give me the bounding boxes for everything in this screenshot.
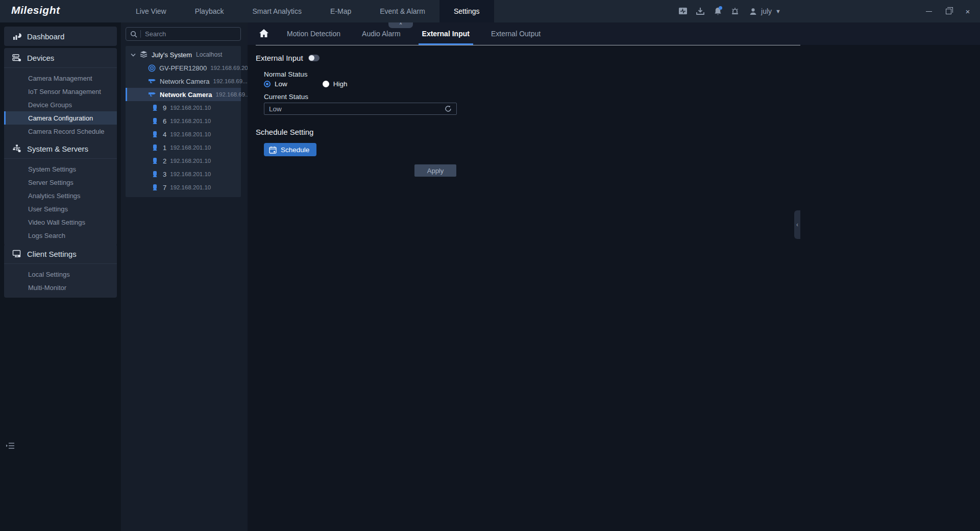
radio-low-label: Low	[275, 80, 287, 88]
external-input-toggle[interactable]	[308, 55, 320, 61]
collapse-sidebar-button[interactable]	[5, 441, 15, 451]
sidebar-section-label: Devices	[27, 54, 54, 62]
sidebar-item-user-settings[interactable]: User Settings	[4, 202, 117, 215]
user-menu[interactable]: july ▼	[749, 0, 781, 22]
camera-configuration-pane: Motion Detection Audio Alarm External In…	[248, 22, 980, 531]
sidebar-item-dashboard[interactable]: Dashboard	[4, 27, 117, 46]
tree-device-row[interactable]: 1 192.168.201.10	[126, 141, 241, 154]
sidebar-item-iot-sensor-management[interactable]: IoT Sensor Management	[4, 85, 117, 98]
main-nav: Live View Playback Smart Analytics E-Map…	[121, 0, 494, 22]
external-input-row: External Input	[256, 54, 320, 62]
device-name: 2	[163, 157, 166, 165]
sidebar-item-analytics-settings[interactable]: Analytics Settings	[4, 189, 117, 202]
sidebar-item-server-settings[interactable]: Server Settings	[4, 176, 117, 189]
tree-device-row[interactable]: 4 192.168.201.10	[126, 128, 241, 141]
radio-high[interactable]: High	[323, 80, 348, 88]
radio-low-dot	[264, 81, 271, 87]
tree-device-row-selected[interactable]: Network Camera 192.168.69....	[126, 88, 241, 101]
sidebar-item-camera-configuration[interactable]: Camera Configuration	[4, 111, 117, 125]
tree-device-row[interactable]: GV-PFER12800 192.168.69.206	[126, 61, 241, 75]
network-camera-icon	[148, 91, 156, 98]
current-status-select[interactable]: Low	[264, 103, 457, 115]
client-settings-icon	[12, 249, 21, 258]
calendar-icon	[269, 146, 277, 154]
alarm-siren-icon[interactable]	[730, 6, 740, 16]
device-name: 4	[163, 131, 166, 138]
dashboard-icon	[12, 32, 21, 41]
tree-device-row[interactable]: 9 192.168.201.10	[126, 101, 241, 114]
nav-e-map[interactable]: E-Map	[316, 0, 365, 22]
notification-badge	[719, 6, 722, 10]
device-name: Network Camera	[160, 91, 212, 99]
nav-live-view[interactable]: Live View	[121, 0, 181, 22]
tree-device-row[interactable]: Network Camera 192.168.69....	[126, 75, 241, 88]
minimize-button[interactable]	[922, 4, 936, 18]
sidebar-section-client-settings: Client Settings Local Settings Multi-Mon…	[4, 244, 117, 298]
top-bar: Milesight Live View Playback Smart Analy…	[0, 0, 980, 22]
window-controls: ×	[922, 0, 975, 22]
device-ip: 192.168.201.10	[170, 171, 211, 177]
sidebar-item-camera-record-schedule[interactable]: Camera Record Schedule	[4, 125, 117, 138]
sidebar-group-system-servers[interactable]: System & Servers	[4, 139, 117, 158]
search-divider	[140, 30, 141, 38]
tree-device-row[interactable]: 6 192.168.201.10	[126, 114, 241, 128]
nav-playback[interactable]: Playback	[181, 0, 238, 22]
nav-settings[interactable]: Settings	[439, 0, 494, 22]
sidebar-item-logs-search[interactable]: Logs Search	[4, 229, 117, 242]
sidebar-group-devices[interactable]: Devices	[4, 48, 117, 67]
chevron-down-icon[interactable]	[131, 53, 136, 57]
sidebar-item-system-settings[interactable]: System Settings	[4, 162, 117, 176]
collapse-panel-button[interactable]: ^	[388, 22, 413, 28]
tree-root-server[interactable]: July's System Localhost	[126, 48, 241, 61]
search-input[interactable]	[145, 30, 240, 38]
refresh-icon[interactable]	[445, 105, 452, 112]
right-panel-collapse-handle[interactable]: ‹	[794, 210, 800, 239]
current-status-label: Current Status	[264, 93, 308, 101]
stream-health-icon[interactable]	[678, 6, 688, 16]
tree-device-row[interactable]: 3 192.168.201.10	[126, 167, 241, 181]
chevron-left-icon: ‹	[796, 221, 798, 228]
notification-bell-icon[interactable]	[713, 6, 723, 16]
device-ip: 192.168.69.206	[210, 65, 251, 71]
chevron-up-icon: ^	[400, 22, 402, 27]
tree-device-row[interactable]: 7 192.168.201.10	[126, 181, 241, 194]
tab-external-input[interactable]: External Input	[411, 22, 480, 45]
tree-device-row[interactable]: 2 192.168.201.10	[126, 154, 241, 167]
bullet-camera-icon	[150, 157, 159, 165]
home-icon[interactable]	[259, 29, 269, 40]
sidebar-item-local-settings[interactable]: Local Settings	[4, 268, 117, 281]
device-search-box[interactable]	[126, 27, 241, 41]
device-name: 9	[163, 104, 166, 112]
topbar-icon-group	[678, 0, 740, 22]
nav-smart-analytics[interactable]: Smart Analytics	[238, 0, 315, 22]
radio-low[interactable]: Low	[264, 80, 287, 88]
sidebar-group-client-settings[interactable]: Client Settings	[4, 244, 117, 263]
device-name: Network Camera	[160, 78, 210, 85]
tab-divider	[256, 45, 800, 45]
tab-external-output[interactable]: External Output	[480, 22, 551, 45]
nav-event-alarm[interactable]: Event & Alarm	[365, 0, 439, 22]
sidebar-item-camera-management[interactable]: Camera Management	[4, 71, 117, 85]
system-servers-icon	[12, 144, 21, 153]
restore-button[interactable]	[941, 4, 955, 18]
device-tree-panel: July's System Localhost GV-PFER12800 192…	[121, 22, 248, 531]
schedule-button-label: Schedule	[281, 146, 309, 154]
apply-button[interactable]: Apply	[414, 164, 456, 177]
devices-icon	[12, 53, 21, 62]
device-ip: 192.168.69....	[213, 78, 249, 84]
close-button[interactable]: ×	[961, 4, 975, 18]
user-avatar-icon	[749, 7, 757, 16]
sidebar-item-multi-monitor[interactable]: Multi-Monitor	[4, 281, 117, 294]
server-stack-icon	[139, 51, 148, 59]
schedule-button[interactable]: Schedule	[264, 143, 316, 156]
config-tab-strip: Motion Detection Audio Alarm External In…	[248, 22, 980, 45]
download-icon[interactable]	[695, 6, 705, 16]
tab-motion-detection[interactable]: Motion Detection	[276, 22, 351, 45]
sidebar-item-video-wall-settings[interactable]: Video Wall Settings	[4, 215, 117, 229]
username: july	[761, 7, 772, 15]
sidebar-item-device-groups[interactable]: Device Groups	[4, 98, 117, 111]
device-ip: 192.168.201.10	[170, 158, 211, 164]
bullet-camera-icon	[150, 131, 159, 138]
sidebar-section-label: Client Settings	[27, 250, 77, 258]
device-ip: 192.168.201.10	[170, 105, 211, 111]
